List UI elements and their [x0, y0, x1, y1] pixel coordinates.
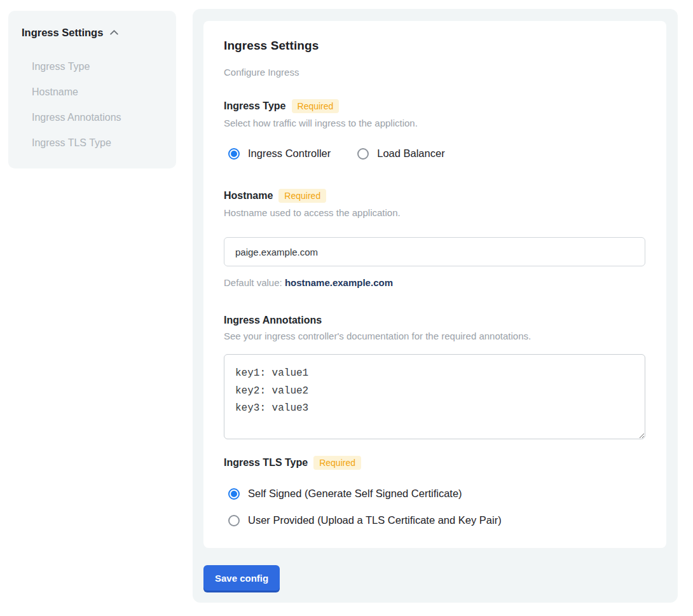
chevron-up-icon[interactable] — [109, 27, 120, 38]
default-value-text: hostname.example.com — [285, 277, 393, 288]
section-ingress-type: Ingress Type Required Select how traffic… — [224, 99, 646, 160]
hostname-input[interactable] — [224, 237, 645, 266]
required-badge: Required — [292, 99, 340, 113]
page-subtitle: Configure Ingress — [224, 67, 646, 78]
radio-option-load-balancer[interactable]: Load Balancer — [357, 147, 444, 160]
hostname-default-value: Default value: hostname.example.com — [224, 277, 646, 288]
section-ingress-tls-type: Ingress TLS Type Required Self Signed (G… — [224, 456, 646, 526]
ingress-annotations-description: See your ingress controller's documentat… — [224, 331, 646, 341]
ingress-tls-type-label: Ingress TLS Type — [224, 457, 308, 469]
hostname-description: Hostname used to access the application. — [224, 207, 646, 218]
sidebar-item-hostname[interactable]: Hostname — [32, 79, 163, 105]
sidebar-item-ingress-tls-type[interactable]: Ingress TLS Type — [32, 130, 163, 156]
required-badge: Required — [278, 189, 326, 203]
settings-sidebar: Ingress Settings Ingress Type Hostname I… — [8, 11, 176, 168]
ingress-type-radio-group: Ingress Controller Load Balancer — [228, 147, 646, 160]
radio-ingress-controller[interactable] — [228, 148, 240, 160]
radio-label: Load Balancer — [377, 147, 444, 160]
sidebar-item-ingress-type[interactable]: Ingress Type — [32, 54, 163, 79]
ingress-tls-type-radio-group: Self Signed (Generate Self Signed Certif… — [228, 488, 646, 526]
default-value-prefix: Default value: — [224, 277, 282, 288]
ingress-annotations-label: Ingress Annotations — [224, 315, 322, 326]
radio-label: User Provided (Upload a TLS Certificate … — [248, 514, 502, 526]
sidebar-item-ingress-annotations[interactable]: Ingress Annotations — [32, 105, 163, 130]
ingress-settings-card: Ingress Settings Configure Ingress Ingre… — [203, 21, 666, 548]
radio-label: Ingress Controller — [248, 147, 331, 160]
radio-label: Self Signed (Generate Self Signed Certif… — [248, 488, 462, 500]
radio-option-ingress-controller[interactable]: Ingress Controller — [228, 147, 331, 160]
page-title: Ingress Settings — [224, 39, 646, 53]
radio-load-balancer[interactable] — [357, 148, 369, 160]
section-hostname: Hostname Required Hostname used to acces… — [224, 189, 646, 288]
sidebar-group-ingress-settings[interactable]: Ingress Settings — [22, 27, 163, 39]
hostname-label: Hostname — [224, 190, 273, 202]
required-badge: Required — [313, 456, 361, 470]
radio-option-self-signed[interactable]: Self Signed (Generate Self Signed Certif… — [228, 488, 646, 500]
settings-panel: Ingress Settings Configure Ingress Ingre… — [193, 9, 678, 603]
radio-user-provided[interactable] — [228, 515, 240, 526]
sidebar-nav: Ingress Type Hostname Ingress Annotation… — [22, 54, 163, 156]
save-config-button[interactable]: Save config — [203, 565, 280, 591]
radio-option-user-provided[interactable]: User Provided (Upload a TLS Certificate … — [228, 514, 646, 526]
ingress-type-description: Select how traffic will ingress to the a… — [224, 118, 646, 128]
section-ingress-annotations: Ingress Annotations See your ingress con… — [224, 315, 646, 439]
ingress-type-label: Ingress Type — [224, 100, 286, 112]
sidebar-group-label: Ingress Settings — [22, 27, 103, 39]
radio-self-signed[interactable] — [228, 488, 240, 500]
ingress-annotations-textarea[interactable]: key1: value1 key2: value2 key3: value3 — [224, 354, 645, 439]
